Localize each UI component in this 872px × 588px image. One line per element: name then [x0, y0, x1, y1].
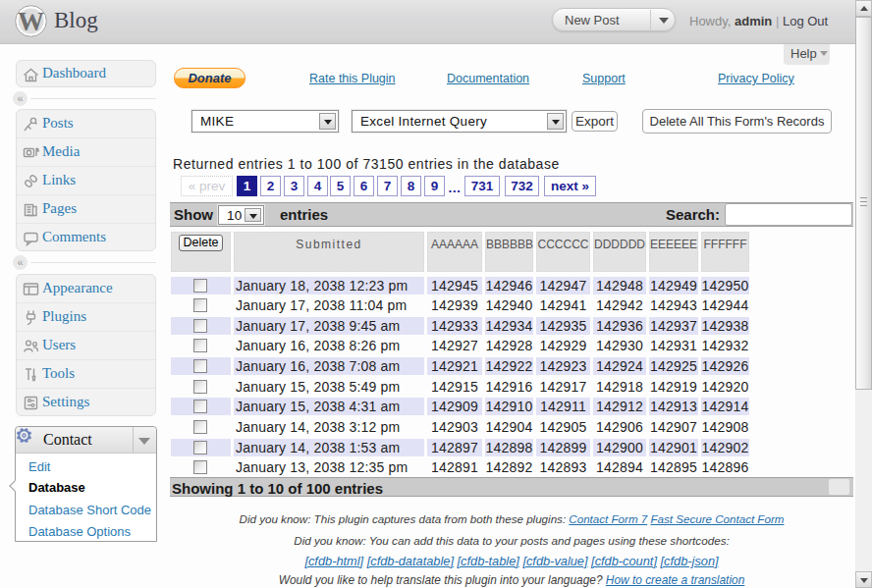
svg-text:W: W	[18, 7, 44, 36]
